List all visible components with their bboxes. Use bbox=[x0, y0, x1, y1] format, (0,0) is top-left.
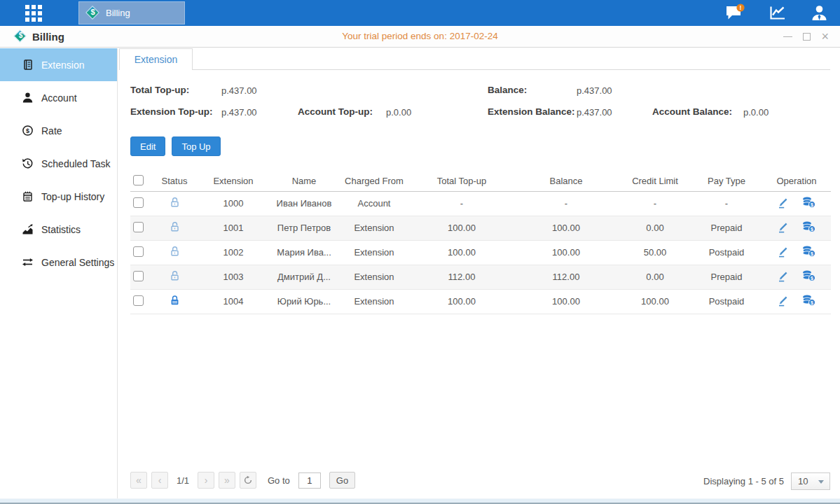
balance-summary: Total Top-up: p.437.00 Balance: p.437.00… bbox=[130, 80, 830, 123]
column-header[interactable]: Extension bbox=[196, 172, 270, 191]
svg-text:$: $ bbox=[811, 251, 813, 257]
notepad-icon bbox=[22, 190, 34, 202]
edit-row-icon[interactable] bbox=[778, 221, 790, 235]
person-icon bbox=[22, 92, 34, 104]
row-checkbox[interactable] bbox=[133, 271, 144, 281]
summary-label: Account Top-up: bbox=[298, 106, 373, 117]
sidebar-item-rate[interactable]: $ Rate bbox=[0, 114, 117, 147]
top-up-row-icon[interactable]: $ bbox=[802, 221, 815, 234]
topbar-billing-tab[interactable]: $ Billing bbox=[78, 1, 185, 24]
cell-pay-type: Postpaid bbox=[691, 240, 762, 265]
sidebar-item-label: Scheduled Task bbox=[41, 158, 111, 169]
svg-text:$: $ bbox=[26, 127, 29, 134]
top-up-row-icon[interactable]: $ bbox=[802, 197, 815, 210]
column-header[interactable]: Operation bbox=[762, 172, 831, 191]
summary-label: Balance: bbox=[488, 85, 527, 95]
close-button[interactable]: × bbox=[821, 33, 829, 41]
page-size-select[interactable]: 10 bbox=[791, 472, 830, 490]
prev-page-button[interactable]: ‹ bbox=[151, 472, 168, 489]
cell-name: Юрий Юрь... bbox=[270, 289, 338, 314]
cell-credit-limit: 0.00 bbox=[619, 216, 691, 240]
top-up-button[interactable]: Top Up bbox=[172, 136, 220, 156]
column-header[interactable]: Total Top-up bbox=[411, 172, 513, 191]
sidebar: Extension Account $ Rate Scheduled Task bbox=[0, 48, 118, 498]
column-header[interactable]: Status bbox=[153, 172, 196, 191]
cell-credit-limit: 100.00 bbox=[619, 289, 691, 314]
table-header-row: Status Extension Name Charged From Total… bbox=[130, 172, 831, 191]
cell-extension: 1000 bbox=[196, 191, 270, 216]
summary-value: p.437.00 bbox=[577, 85, 612, 96]
sidebar-item-account[interactable]: Account bbox=[0, 81, 117, 114]
page-indicator: 1/1 bbox=[172, 475, 193, 486]
sidebar-item-label: Top-up History bbox=[41, 191, 104, 202]
column-header[interactable]: Pay Type bbox=[691, 172, 762, 191]
row-checkbox[interactable] bbox=[133, 295, 144, 306]
table-row: 1004 Юрий Юрь... Extension 100.00 100.00… bbox=[130, 289, 831, 314]
summary-value: p.0.00 bbox=[743, 107, 769, 118]
billing-diamond-icon: $ bbox=[85, 6, 100, 20]
summary-value: p.437.00 bbox=[221, 107, 257, 118]
goto-page-input[interactable] bbox=[298, 472, 321, 489]
sidebar-item-statistics[interactable]: Statistics bbox=[0, 213, 117, 246]
column-header[interactable]: Name bbox=[270, 172, 338, 191]
column-header[interactable]: Charged From bbox=[338, 172, 411, 191]
goto-label: Go to bbox=[268, 475, 290, 486]
ledger-icon bbox=[22, 59, 34, 71]
cell-name: Петр Петров bbox=[270, 216, 338, 240]
refresh-button[interactable] bbox=[240, 472, 256, 489]
app-grid-icon[interactable] bbox=[25, 5, 42, 22]
messages-button[interactable]: ! bbox=[714, 4, 756, 23]
cell-charged-from: Extension bbox=[338, 265, 411, 289]
cell-total-topup: 100.00 bbox=[411, 289, 513, 314]
first-page-button[interactable]: « bbox=[130, 472, 147, 489]
trial-notice: Your trial period ends on: 2017-02-24 bbox=[0, 26, 840, 47]
bar-chart-icon bbox=[22, 223, 34, 235]
summary-label: Extension Top-up: bbox=[130, 106, 213, 117]
sidebar-item-topup-history[interactable]: Top-up History bbox=[0, 180, 117, 213]
main-content: Extension Total Top-up: p.437.00 Balance… bbox=[118, 48, 840, 498]
cell-charged-from: Account bbox=[338, 191, 411, 216]
top-up-row-icon[interactable]: $ bbox=[802, 295, 815, 308]
last-page-button[interactable]: » bbox=[219, 472, 235, 489]
reports-button[interactable] bbox=[756, 4, 798, 22]
row-checkbox[interactable] bbox=[133, 222, 144, 232]
top-up-row-icon[interactable]: $ bbox=[802, 270, 815, 284]
next-page-button[interactable]: › bbox=[198, 472, 214, 489]
column-header[interactable]: Credit Limit bbox=[619, 172, 691, 191]
summary-label: Total Top-up: bbox=[130, 85, 189, 95]
svg-text:$: $ bbox=[811, 202, 813, 208]
cell-credit-limit: 50.00 bbox=[619, 240, 691, 265]
tab-extension[interactable]: Extension bbox=[119, 48, 193, 70]
cell-extension: 1004 bbox=[196, 289, 270, 314]
cell-extension: 1003 bbox=[196, 265, 270, 289]
edit-row-icon[interactable] bbox=[778, 246, 790, 260]
table-row: 1000 Иван Иванов Account - - - - $ bbox=[130, 191, 831, 216]
cell-credit-limit: 0.00 bbox=[619, 265, 691, 289]
edit-row-icon[interactable] bbox=[778, 197, 790, 211]
maximize-button[interactable] bbox=[803, 33, 811, 41]
sidebar-item-scheduled-task[interactable]: Scheduled Task bbox=[0, 147, 117, 180]
cell-charged-from: Extension bbox=[338, 240, 411, 265]
cell-pay-type: Postpaid bbox=[691, 289, 762, 314]
account-button[interactable] bbox=[798, 4, 840, 22]
column-header[interactable]: Balance bbox=[513, 172, 619, 191]
top-bar: $ Billing ! bbox=[0, 0, 840, 26]
summary-value: p.437.00 bbox=[577, 107, 612, 118]
edit-row-icon[interactable] bbox=[778, 295, 790, 309]
row-checkbox[interactable] bbox=[133, 197, 144, 208]
window-title-label: Billing bbox=[32, 31, 64, 43]
row-checkbox[interactable] bbox=[133, 246, 144, 257]
edit-button[interactable]: Edit bbox=[130, 136, 165, 156]
top-up-row-icon[interactable]: $ bbox=[802, 246, 815, 259]
go-button[interactable]: Go bbox=[329, 472, 355, 489]
cell-name: Дмитрий Д... bbox=[270, 265, 338, 289]
minimize-button[interactable] bbox=[783, 36, 792, 37]
sidebar-item-general-settings[interactable]: General Settings bbox=[0, 246, 117, 279]
sidebar-item-label: Statistics bbox=[41, 224, 81, 235]
select-all-checkbox[interactable] bbox=[133, 175, 144, 186]
cell-balance: 100.00 bbox=[513, 289, 619, 314]
sidebar-item-extension[interactable]: Extension bbox=[0, 48, 117, 81]
window-title-bar: $ Billing Your trial period ends on: 201… bbox=[0, 26, 840, 48]
edit-row-icon[interactable] bbox=[778, 270, 790, 284]
cell-balance: - bbox=[513, 191, 619, 216]
